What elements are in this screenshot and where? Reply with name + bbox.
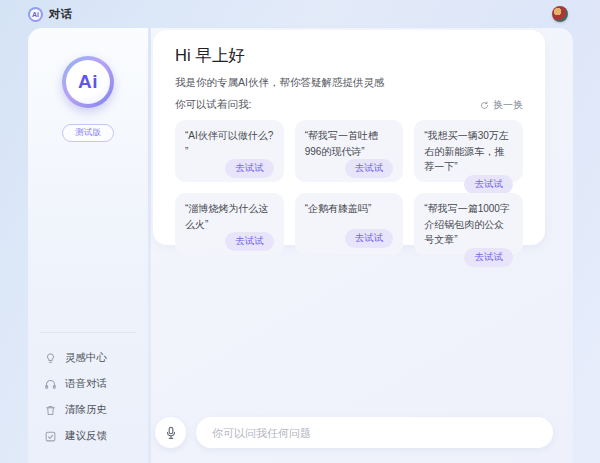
try-it-button[interactable]: 去试试 [225,159,274,178]
suggestion-text: “企鹅有膝盖吗” [305,201,394,217]
voice-input-button[interactable] [155,417,186,448]
feedback-icon [44,430,57,443]
main-panel: Hi 早上好 我是你的专属AI伙伴，帮你答疑解惑提供灵感 你可以试着问我: 换一… [151,28,573,463]
sidebar-item-label: 灵感中心 [65,351,107,365]
suggestion-card: “帮我写一篇1000字介绍锅包肉的公众号文章” 去试试 [414,193,523,255]
try-it-button[interactable]: 去试试 [464,248,513,267]
try-it-button[interactable]: 去试试 [345,229,394,248]
suggestion-card: “AI伙伴可以做什么? ” 去试试 [175,120,284,182]
sidebar-item-label: 清除历史 [65,403,107,417]
headset-icon [44,378,57,391]
try-it-button[interactable]: 去试试 [225,232,274,251]
prompt-label: 你可以试着问我: [175,98,251,112]
prompt-row: 你可以试着问我: 换一换 [175,98,523,112]
question-input[interactable] [196,417,553,448]
try-it-button[interactable]: 去试试 [345,159,394,178]
suggestion-card: “企鹅有膝盖吗” 去试试 [295,193,404,255]
app-logo-text: Ai [30,9,41,20]
suggestion-card: “帮我写一首吐槽996的现代诗” 去试试 [295,120,404,182]
bulb-icon [44,352,57,365]
try-it-button[interactable]: 去试试 [464,175,513,194]
shuffle-label: 换一换 [493,98,523,112]
sidebar: Ai 测试版 灵感中心 语音对话 清除 [28,28,148,463]
sidebar-bottom-menu: 灵感中心 语音对话 清除历史 建议反馈 [38,332,138,449]
app-logo-icon: Ai [28,7,43,22]
suggestion-text: “淄博烧烤为什么这么火” [185,201,274,232]
sidebar-item-clear-history[interactable]: 清除历史 [38,397,138,423]
suggestion-text: “我想买一辆30万左右的新能源车，推荐一下” [424,128,513,175]
suggestion-card: “我想买一辆30万左右的新能源车，推荐一下” 去试试 [414,120,523,182]
suggestion-card: “淄博烧烤为什么这么火” 去试试 [175,193,284,255]
sidebar-item-voice-chat[interactable]: 语音对话 [38,371,138,397]
suggestion-text: “AI伙伴可以做什么? ” [185,128,274,159]
suggestion-text: “帮我写一首吐槽996的现代诗” [305,128,394,159]
sidebar-item-label: 语音对话 [65,377,107,391]
user-avatar[interactable] [552,6,568,22]
sidebar-logo-wrap: Ai 测试版 [28,28,148,142]
beta-badge[interactable]: 测试版 [62,124,114,142]
ai-logo-text: Ai [66,60,110,104]
sidebar-item-label: 建议反馈 [65,429,107,443]
input-bar [155,417,553,448]
sidebar-item-feedback[interactable]: 建议反馈 [38,423,138,449]
microphone-icon [164,426,178,440]
welcome-card: Hi 早上好 我是你的专属AI伙伴，帮你答疑解惑提供灵感 你可以试着问我: 换一… [153,30,545,245]
topbar: Ai 对话 [0,0,600,28]
greeting-heading: Hi 早上好 [175,45,523,67]
suggestion-grid: “AI伙伴可以做什么? ” 去试试 “帮我写一首吐槽996的现代诗” 去试试 “… [175,120,523,255]
sidebar-item-inspiration[interactable]: 灵感中心 [38,345,138,371]
suggestion-text: “帮我写一篇1000字介绍锅包肉的公众号文章” [424,201,513,248]
shuffle-suggestions-button[interactable]: 换一换 [480,98,523,112]
trash-icon [44,404,57,417]
greeting-subtitle: 我是你的专属AI伙伴，帮你答疑解惑提供灵感 [175,76,523,90]
sidebar-divider [40,332,136,333]
page-title: 对话 [49,7,72,22]
ai-logo-icon: Ai [62,56,114,108]
refresh-icon [480,101,489,110]
